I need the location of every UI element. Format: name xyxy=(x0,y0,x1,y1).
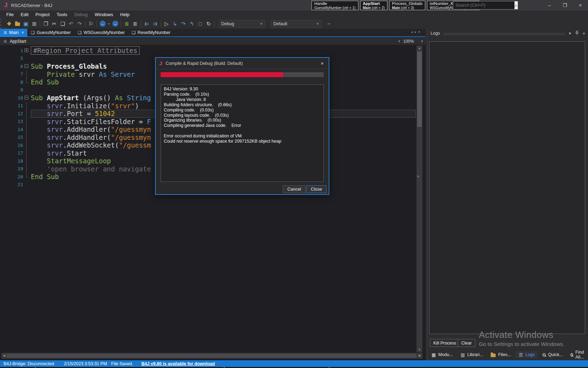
kill-process-button[interactable]: Kill Process xyxy=(430,339,460,347)
bookmark-icon[interactable]: ⚐ xyxy=(87,20,95,28)
restart-icon[interactable]: ↻ xyxy=(204,20,213,28)
vertical-scroll-thumb[interactable] xyxy=(417,52,422,127)
quick-nav-button[interactable]: AppStartMain (ctrl + 2) xyxy=(360,1,388,10)
fold-collapse-icon[interactable]: − xyxy=(24,96,28,100)
tab-main[interactable]: ≣Main× xyxy=(0,29,27,36)
menu-windows[interactable]: Windows xyxy=(91,11,117,18)
compile-progress-bar xyxy=(161,72,324,77)
bottom-tab-modu[interactable]: ▦Modu... xyxy=(428,351,456,359)
quick-nav-button[interactable]: Process_GlobalsMain (ctrl + 3) xyxy=(389,1,425,10)
paste-icon[interactable]: ❏ xyxy=(58,20,67,28)
cancel-button[interactable]: Cancel xyxy=(283,185,306,193)
logs-output-area[interactable] xyxy=(429,41,585,334)
scroll-left-icon[interactable]: ◀ xyxy=(1,353,7,359)
close-button[interactable]: × xyxy=(573,0,588,11)
close-tab-icon[interactable]: × xyxy=(21,30,24,35)
scroll-down-icon[interactable]: ▼ xyxy=(416,347,422,352)
restore-button[interactable]: ❐ xyxy=(557,0,573,11)
toolbar-overflow-icon[interactable]: ⋮▾ xyxy=(325,22,330,26)
module-tab-icon: ❏ xyxy=(31,30,35,35)
save-file-icon[interactable]: ▣ xyxy=(22,20,30,28)
clear-logs-button[interactable]: Clear xyxy=(458,339,475,347)
tab-scroll-arrows-icon[interactable]: ◂▸▾ xyxy=(411,30,422,34)
fold-margin xyxy=(23,165,31,173)
menu-file[interactable]: File xyxy=(3,11,17,18)
open-file-icon[interactable] xyxy=(13,20,22,28)
module-navigation-bar: ⊛ AppStart ▼ 100% ▼ xyxy=(0,38,426,45)
build-configuration-value: Debug xyxy=(221,21,234,26)
pin-icon[interactable] xyxy=(575,31,579,36)
fold-expand-icon[interactable]: + xyxy=(24,48,28,52)
bottom-tab-logs[interactable]: ☰Logs xyxy=(516,351,538,359)
build-standalone-icon[interactable]: ⇉ xyxy=(151,20,159,28)
stop-icon[interactable]: □ xyxy=(196,20,204,28)
tab-wsguessmynumber[interactable]: ❏WSGuessMyNumber xyxy=(74,29,128,36)
collapsed-region-box[interactable]: #Region Project Attributes xyxy=(31,46,140,55)
cut-icon[interactable]: ✂ xyxy=(50,20,58,28)
comment-icon[interactable]: ≣ xyxy=(122,20,131,28)
new-file-icon[interactable]: ❖ xyxy=(5,20,13,28)
menu-debug[interactable]: Debug xyxy=(71,11,91,18)
tab-label: WSGuessMyNumber xyxy=(84,30,125,35)
code-text: srvr.AddHandler("/guessmyn xyxy=(31,134,151,141)
line-number: 17 xyxy=(0,150,23,156)
menu-project[interactable]: Project xyxy=(32,11,53,18)
code-line[interactable]: 1+#Region Project Attributes xyxy=(0,47,416,55)
build-configuration-dropdown[interactable]: Debug ▼ xyxy=(219,20,265,28)
horizontal-scroll-thumb[interactable] xyxy=(7,354,416,358)
ui-configuration-dropdown[interactable]: Default ▼ xyxy=(271,20,322,28)
dialog-close-icon[interactable]: × xyxy=(319,60,325,66)
editor-vertical-scrollbar[interactable]: ▲ ≡ ▼ xyxy=(416,46,422,352)
step-over-icon[interactable]: ↷ xyxy=(179,20,188,28)
copy-icon[interactable]: ❐ xyxy=(42,20,50,28)
quick-nav-button[interactable]: HandleGuessMyNumber (ctrl + 1) xyxy=(312,1,358,10)
logs-panel: Logs ▼ × Kill Process Clear xyxy=(428,29,588,360)
fold-margin xyxy=(23,78,31,86)
selected-sub-dropdown[interactable]: AppStart xyxy=(10,39,26,44)
fold-collapse-icon[interactable]: − xyxy=(24,64,28,68)
bottom-tab-files[interactable]: Files... xyxy=(488,351,514,358)
bottom-tab-quick[interactable]: Quick... xyxy=(539,351,566,358)
menu-help[interactable]: Help xyxy=(117,11,133,18)
close-dialog-button[interactable]: Close xyxy=(306,185,327,193)
navigate-forward-icon[interactable]: → xyxy=(111,20,119,28)
toolbar: ❖▣⊞❐✂❏↶↷⚐←▾→≣≣⇇⇉▷↳↷↰□↻ Debug ▼ Default ▼… xyxy=(0,19,588,29)
undo-icon[interactable]: ↶ xyxy=(67,20,75,28)
line-number: 12 xyxy=(0,111,23,116)
dialog-title-bar[interactable]: J Compile & Rapid Debug (Build: Default)… xyxy=(156,58,329,69)
logs-panel-header[interactable]: Logs ▼ × xyxy=(428,29,588,38)
compile-log-output[interactable]: B4J Version: 9.30Parsing code. (0.10s) J… xyxy=(161,84,324,182)
chevron-down-icon[interactable]: ▼ xyxy=(568,32,572,35)
scroll-right-icon[interactable]: ▶ xyxy=(417,353,422,359)
compile-log-line: Compiling generated Java code. Error xyxy=(164,123,321,128)
menu-edit[interactable]: Edit xyxy=(17,11,32,18)
editor-horizontal-scrollbar[interactable]: ◀ ▶ xyxy=(1,353,422,359)
tab-resetmynumber[interactable]: ❏ResetMyNumber xyxy=(128,29,174,36)
uncomment-icon[interactable]: ≣ xyxy=(131,20,139,28)
close-panel-icon[interactable]: × xyxy=(582,31,585,36)
menu-tools[interactable]: Tools xyxy=(53,11,71,18)
back-history-dropdown-icon[interactable]: ▾ xyxy=(107,20,111,28)
navigate-back-icon[interactable]: ← xyxy=(98,20,107,28)
code-text: srvr.StaticFilesFolder = F xyxy=(31,118,151,125)
tab-guessmynumber[interactable]: ❏GuessMyNumber xyxy=(27,29,74,36)
editor-zoom-dropdown[interactable]: 100% ▼ xyxy=(403,38,424,45)
update-download-link[interactable]: B4J v9.80 is available for download xyxy=(141,361,215,366)
line-number: 20 xyxy=(0,174,23,179)
panel-drag-grip[interactable] xyxy=(443,33,565,35)
redo-icon[interactable]: ↷ xyxy=(75,20,84,28)
search-icon[interactable]: ⌕ xyxy=(514,1,518,9)
bottom-tab-librari[interactable]: ▥Librari... xyxy=(457,351,486,359)
compile-to-library-icon[interactable]: ⇇ xyxy=(142,20,151,28)
tab-label: Main xyxy=(9,30,19,35)
bottom-tab-findall[interactable]: Find All... xyxy=(567,349,588,361)
step-out-icon[interactable]: ↰ xyxy=(188,20,196,28)
run-icon[interactable]: ▷ xyxy=(162,20,171,28)
search-input[interactable] xyxy=(453,1,514,9)
scroll-up-icon[interactable]: ▲ xyxy=(416,46,422,51)
code-text: srvr.AddWebSocket("/guessm xyxy=(31,141,151,149)
step-into-icon[interactable]: ↳ xyxy=(171,20,179,28)
chevron-down-icon[interactable]: ▼ xyxy=(398,40,401,43)
save-all-icon[interactable]: ⊞ xyxy=(30,20,38,28)
minimize-button[interactable]: – xyxy=(542,0,557,11)
